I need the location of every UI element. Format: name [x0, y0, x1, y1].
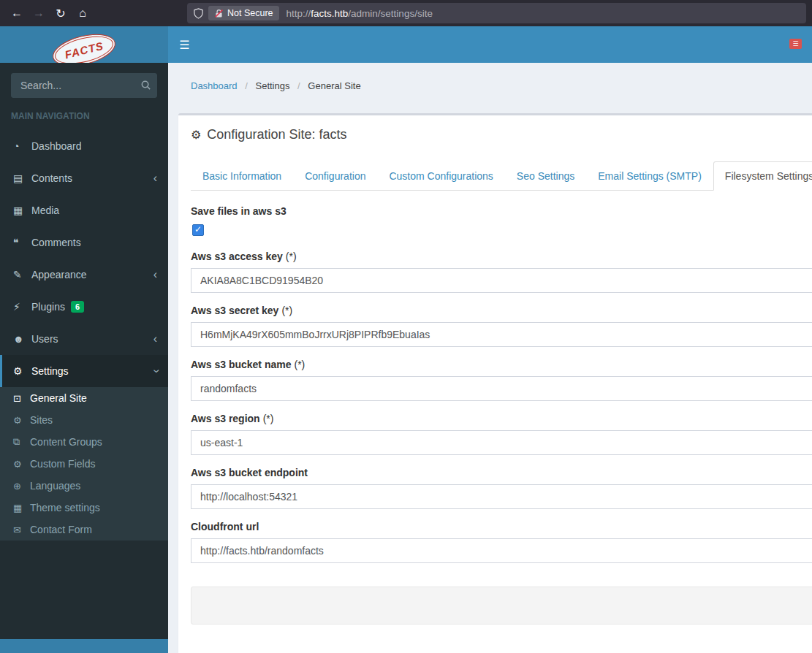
breadcrumb-dashboard-link[interactable]: Dashboard: [191, 80, 238, 91]
browser-toolbar: ← → ↻ ⌂ Not Secure http://facts.htb/admi…: [0, 0, 812, 26]
breadcrumb-settings[interactable]: Settings: [255, 80, 289, 91]
sidebar-item-comments[interactable]: ❝ Comments: [0, 226, 168, 259]
submenu-item-label: Languages: [30, 480, 80, 492]
url-text: http://facts.htb/admin/settings/site: [287, 8, 433, 19]
submenu-item-theme-settings[interactable]: ▦ Theme settings: [0, 497, 168, 519]
sidebar-item-dashboard[interactable]: ◔ Dashboard: [0, 130, 168, 162]
submenu-item-label: Contact Form: [30, 524, 92, 535]
main-content: Dashboard / Settings / General Site ⚙ Co…: [168, 63, 812, 653]
url-bar[interactable]: Not Secure http://facts.htb/admin/settin…: [187, 3, 806, 23]
breadcrumb-separator: /: [297, 80, 300, 91]
url-host: facts.htb: [311, 8, 348, 19]
custom-fields-icon: ⚙: [13, 459, 30, 470]
sidebar-item-appearance[interactable]: ✎ Appearance ‹: [0, 259, 168, 291]
media-icon: ▦: [13, 205, 31, 216]
field-cloudfront-url: Cloudfront url: [191, 521, 812, 563]
sidebar-item-label: Users: [31, 333, 58, 345]
home-icon: ⌂: [79, 7, 86, 20]
tab-email-settings[interactable]: Email Settings (SMTP): [586, 161, 713, 191]
field-label: Aws s3 access key(*): [191, 251, 812, 262]
url-path: /admin/settings/site: [348, 8, 433, 19]
plugins-count-badge: 6: [71, 301, 84, 313]
sidebar-item-contents[interactable]: ▤ Contents ‹: [0, 162, 168, 194]
comments-icon: ❝: [13, 237, 31, 248]
tab-seo-settings[interactable]: Seo Settings: [505, 161, 586, 191]
filesystem-settings-form: Save files in aws s3 Aws s3 access key(*…: [178, 191, 812, 625]
aws-s3-access-key-input[interactable]: [191, 268, 812, 293]
reload-button[interactable]: ↻: [50, 3, 72, 23]
sidebar-item-label: Appearance: [31, 269, 87, 280]
required-marker: (*): [294, 359, 305, 370]
sidebar-item-plugins[interactable]: ⚡ Plugins 6: [0, 291, 168, 323]
languages-icon: ⊕: [13, 481, 30, 492]
chevron-left-icon: ‹: [153, 172, 157, 185]
submenu-item-sites[interactable]: ⚙ Sites: [0, 409, 168, 431]
submenu-item-contact-form[interactable]: ✉ Contact Form: [0, 519, 168, 541]
aws-s3-bucket-endpoint-input[interactable]: [191, 484, 812, 509]
tab-filesystem-settings[interactable]: Filesystem Settings: [713, 161, 812, 191]
sidebar-search: [11, 73, 157, 98]
search-button[interactable]: [140, 80, 151, 91]
sidebar-item-label: Settings: [31, 365, 69, 377]
field-aws-s3-region: Aws s3 region(*): [191, 413, 812, 455]
field-aws-s3-secret-key: Aws s3 secret key(*): [191, 305, 812, 347]
sidebar-item-label: Dashboard: [31, 140, 82, 152]
field-label: Aws s3 secret key(*): [191, 305, 812, 316]
contact-form-icon: ✉: [13, 524, 30, 535]
app-header: ☰ ☰: [168, 26, 812, 63]
required-marker: (*): [286, 251, 297, 262]
forward-button[interactable]: →: [28, 3, 50, 23]
back-icon: ←: [11, 7, 23, 20]
tab-basic-information[interactable]: Basic Information: [191, 161, 293, 191]
form-footer-well: [191, 587, 812, 625]
required-marker: (*): [263, 413, 274, 424]
breadcrumb-general-site: General Site: [308, 80, 360, 91]
header-menu-icon[interactable]: ☰: [789, 39, 802, 49]
sidebar-footer-strip: [0, 639, 168, 653]
app-logo[interactable]: FACTS: [0, 26, 168, 63]
settings-submenu: ⊡ General Site ⚙ Sites ⧉ Content Groups …: [0, 387, 168, 541]
submenu-item-label: General Site: [30, 392, 87, 404]
search-icon: [140, 80, 151, 91]
forward-icon: →: [33, 7, 45, 20]
submenu-item-label: Content Groups: [30, 436, 102, 448]
shield-icon[interactable]: [193, 8, 204, 19]
sidebar-item-label: Media: [31, 205, 59, 216]
breadcrumb: Dashboard / Settings / General Site: [178, 80, 812, 91]
submenu-item-custom-fields[interactable]: ⚙ Custom Fields: [0, 453, 168, 475]
sidebar: MAIN NAVIGATION ◔ Dashboard ▤ Contents ‹…: [0, 63, 168, 639]
submenu-item-content-groups[interactable]: ⧉ Content Groups: [0, 431, 168, 453]
aws-s3-bucket-name-input[interactable]: [191, 376, 812, 401]
url-scheme: http://: [287, 8, 311, 19]
submenu-item-general-site[interactable]: ⊡ General Site: [0, 387, 168, 409]
field-label: Aws s3 bucket endpoint: [191, 467, 812, 478]
chevron-left-icon: ‹: [153, 268, 157, 281]
search-input[interactable]: [11, 73, 157, 98]
box-header: ⚙ Configuration Site: facts: [178, 115, 812, 142]
sidebar-item-media[interactable]: ▦ Media: [0, 194, 168, 226]
field-label: Aws s3 region(*): [191, 413, 812, 424]
field-label: Aws s3 bucket name(*): [191, 359, 812, 370]
sidebar-item-users[interactable]: ☻ Users ‹: [0, 323, 168, 355]
cloudfront-url-input[interactable]: [191, 538, 812, 563]
aws-s3-region-input[interactable]: [191, 430, 812, 455]
configuration-box: ⚙ Configuration Site: facts Basic Inform…: [178, 113, 812, 653]
appearance-icon: ✎: [13, 269, 31, 280]
submenu-item-label: Custom Fields: [30, 458, 95, 470]
general-site-icon: ⊡: [13, 393, 30, 404]
lock-slash-icon: [214, 9, 224, 18]
save-files-checkbox[interactable]: [192, 224, 204, 236]
back-button[interactable]: ←: [6, 3, 28, 23]
settings-tab-bar: Basic Information Configuration Custom C…: [191, 161, 812, 191]
home-button[interactable]: ⌂: [72, 3, 94, 23]
sidebar-toggle-button[interactable]: ☰: [168, 26, 201, 63]
tab-configuration[interactable]: Configuration: [293, 161, 377, 191]
sidebar-item-settings[interactable]: ⚙ Settings ‹: [0, 355, 168, 387]
tab-custom-configurations[interactable]: Custom Configurations: [377, 161, 504, 191]
chevron-down-icon: ‹: [148, 369, 162, 373]
theme-settings-icon: ▦: [13, 503, 30, 513]
field-aws-s3-access-key: Aws s3 access key(*): [191, 251, 812, 293]
aws-s3-secret-key-input[interactable]: [191, 322, 812, 347]
submenu-item-languages[interactable]: ⊕ Languages: [0, 475, 168, 497]
security-chip[interactable]: Not Secure: [208, 6, 279, 20]
